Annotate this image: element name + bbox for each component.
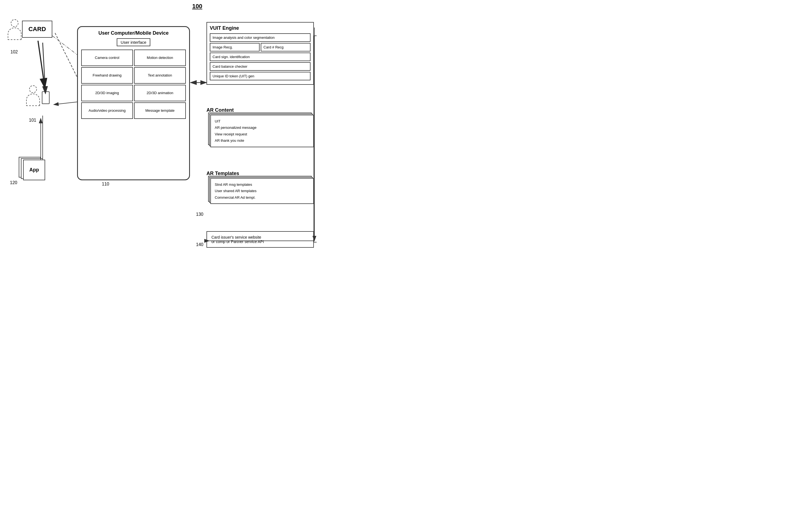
label-101: 101 — [29, 118, 36, 123]
diagram: 100 CARD 102 101 App 120 User Computer/M… — [0, 0, 394, 266]
person2-body — [26, 94, 40, 106]
vuit-image-recg: Image Recg. — [210, 43, 260, 52]
vuit-row-card-sign: Card sign. identification — [210, 53, 311, 61]
person1-body — [8, 27, 21, 40]
device-title: User Computer/Mobile Device — [81, 30, 186, 36]
vuit-card-recg: Card # Recg — [261, 43, 311, 52]
label-140: 140 — [196, 242, 204, 247]
ar-content-paper-front: UIT AR personalized message View receipt… — [210, 115, 314, 147]
arrows-svg — [0, 0, 394, 266]
small-device-icon — [42, 91, 50, 104]
app-paper-front: App — [23, 159, 45, 180]
grid-cell-message-template: Message template — [134, 102, 186, 119]
person1-icon — [8, 19, 21, 40]
card-box: CARD — [22, 21, 52, 38]
label-130: 130 — [196, 212, 204, 217]
app-stack: App — [19, 157, 46, 182]
card-issuer-text1: Card issuer's service website — [211, 235, 309, 240]
ar-templates-item-2: User shared AR templates — [215, 188, 309, 194]
person1-head — [11, 19, 18, 27]
figure-number: 100 — [192, 3, 202, 10]
grid-cell-2d3d-animation: 2D/3D animation — [134, 85, 186, 101]
svg-line-1 — [55, 33, 77, 77]
ar-templates-item-3: Commercial AR Ad templ. — [215, 194, 309, 201]
ar-content-title: AR Content — [206, 107, 314, 113]
grid-cell-motion: Motion detection — [134, 50, 186, 66]
person2-head — [29, 85, 37, 93]
svg-line-15 — [52, 36, 78, 55]
ar-content-item-3: View receipt request — [215, 131, 309, 137]
ui-center: User interface — [81, 38, 186, 49]
ar-content-stacked: UIT AR personalized message View receipt… — [210, 115, 314, 147]
ar-templates-item-1: Stnd AR msg templates — [215, 182, 309, 188]
ar-templates-paper-front: Stnd AR msg templates User shared AR tem… — [210, 178, 314, 204]
card-issuer-box: Card issuer's service website or comp or… — [206, 231, 314, 248]
label-120: 120 — [10, 180, 17, 185]
vuit-row-card-balance: Card balance checker — [210, 62, 311, 71]
vuit-row-image-analysis: Image analysis and color segmentation — [210, 33, 311, 42]
vuit-engine-title: VUIT Engine — [210, 25, 311, 31]
card-issuer-text2: or comp or Partner service API — [211, 240, 309, 244]
label-102: 102 — [11, 50, 18, 55]
grid-cell-camera: Camera control — [81, 50, 133, 66]
app-container: App — [19, 157, 46, 182]
ar-content-item-4: AR thank you note — [215, 137, 309, 144]
grid-cell-text-annotation: Text annotation — [134, 67, 186, 84]
ar-templates-stacked: Stnd AR msg templates User shared AR tem… — [210, 178, 314, 204]
vuit-row-uid-token: Unique ID token (UIT) gen — [210, 72, 311, 80]
ui-label-box: User interface — [117, 38, 150, 46]
svg-line-3 — [54, 102, 78, 104]
device-box: User Computer/Mobile Device User interfa… — [77, 26, 190, 180]
vuit-row-recg-split: Image Recg. Card # Recg — [210, 43, 311, 52]
svg-line-0 — [43, 43, 45, 94]
ar-content-item-1: UIT — [215, 118, 309, 125]
grid-cell-2d3d-imaging: 2D/3D imaging — [81, 85, 133, 101]
grid-cell-audio-video: Audio/video processing — [81, 102, 133, 119]
ar-content-item-2: AR personalized message — [215, 125, 309, 131]
label-110: 110 — [102, 182, 109, 187]
device-grid: Camera control Motion detection Freehand… — [81, 50, 186, 119]
ar-content-section: AR Content UIT AR personalized message V… — [206, 107, 314, 147]
person2-icon — [26, 85, 40, 106]
grid-cell-freehand: Freehand drawing — [81, 67, 133, 84]
vuit-engine-box: VUIT Engine Image analysis and color seg… — [206, 22, 314, 85]
svg-line-16 — [38, 41, 45, 88]
ar-templates-title: AR Templates — [206, 171, 314, 176]
ar-templates-section: AR Templates Stnd AR msg templates User … — [206, 171, 314, 204]
